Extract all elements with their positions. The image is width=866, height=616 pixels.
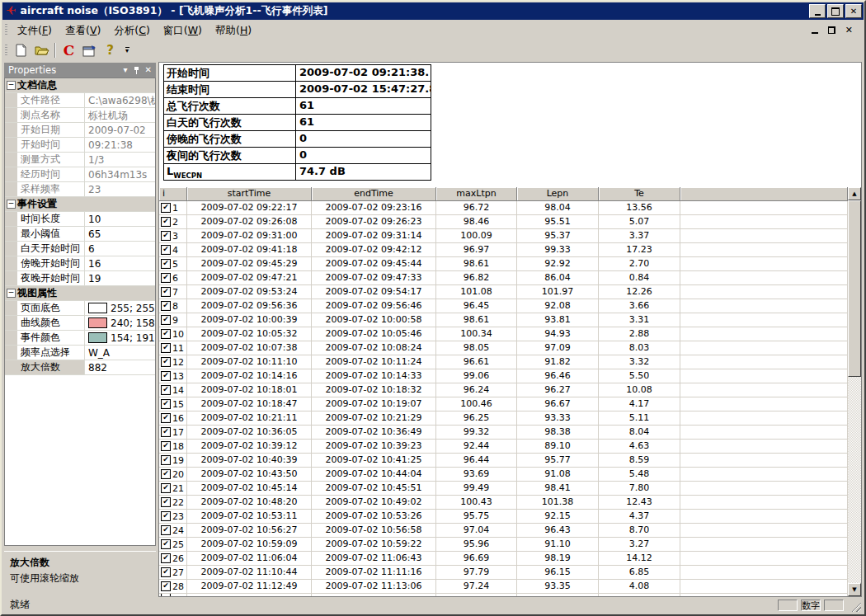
row-checkbox[interactable]: ✔: [161, 245, 171, 255]
menu-item-view[interactable]: 查看(V): [59, 22, 107, 38]
properties-panel-header[interactable]: Properties ▾ ✕: [4, 63, 156, 78]
property-section-header[interactable]: −文档信息: [5, 78, 155, 93]
toolbar-grip-handle[interactable]: [5, 45, 7, 57]
row-checkbox[interactable]: ✔: [161, 217, 171, 227]
row-checkbox[interactable]: ✔: [161, 231, 171, 241]
row-checkbox[interactable]: ✔: [161, 553, 171, 563]
event-row[interactable]: ✔72009-07-02 09:53:242009-07-02 09:54:17…: [159, 285, 848, 299]
property-row[interactable]: 频率点选择W_A: [5, 346, 155, 360]
collapse-minus-icon[interactable]: −: [7, 81, 16, 90]
event-row[interactable]: ✔152009-07-02 10:18:472009-07-02 10:19:0…: [159, 397, 848, 411]
vertical-scrollbar[interactable]: ▲ ▼: [848, 187, 861, 596]
property-row[interactable]: 白天开始时间6: [5, 242, 155, 256]
row-checkbox[interactable]: ✔: [161, 581, 171, 591]
property-row[interactable]: 事件颜色154; 191; 18: [5, 331, 155, 346]
property-row[interactable]: 测量方式1/3: [5, 153, 155, 167]
menu-item-help[interactable]: 帮助(H): [209, 22, 258, 38]
collapse-minus-icon[interactable]: −: [7, 289, 16, 298]
property-section-header[interactable]: −事件设置: [5, 197, 155, 212]
properties-button[interactable]: [79, 41, 100, 60]
event-row[interactable]: ✔32009-07-02 09:31:002009-07-02 09:31:14…: [159, 229, 848, 243]
column-header-endTime[interactable]: endTime: [312, 187, 436, 201]
event-row[interactable]: ✔252009-07-02 10:59:092009-07-02 10:59:2…: [159, 538, 848, 552]
property-row[interactable]: 最小阈值65: [5, 227, 155, 242]
event-row[interactable]: ✔82009-07-02 09:56:362009-07-02 09:56:46…: [159, 299, 848, 313]
property-section-header[interactable]: −视图属性: [5, 286, 155, 301]
event-row[interactable]: ✔52009-07-02 09:45:292009-07-02 09:45:44…: [159, 257, 848, 271]
property-row[interactable]: 放大倍数882: [5, 360, 155, 375]
event-row[interactable]: ✔262009-07-02 11:06:042009-07-02 11:06:4…: [159, 552, 848, 566]
event-row[interactable]: ✔282009-07-02 11:12:492009-07-02 11:13:0…: [159, 580, 848, 594]
row-checkbox[interactable]: ✔: [161, 483, 171, 493]
event-row[interactable]: ✔202009-07-02 10:43:502009-07-02 10:44:0…: [159, 468, 848, 482]
event-row[interactable]: ✔112009-07-02 10:07:382009-07-02 10:08:2…: [159, 341, 848, 355]
row-checkbox[interactable]: ✔: [161, 259, 171, 269]
scroll-down-button[interactable]: ▼: [848, 583, 861, 596]
close-button[interactable]: ✕: [845, 4, 862, 18]
row-checkbox[interactable]: ✔: [161, 469, 171, 479]
row-checkbox[interactable]: ✔: [161, 357, 171, 367]
row-checkbox[interactable]: ✔: [161, 203, 171, 213]
property-row[interactable]: 采样频率23: [5, 182, 155, 197]
event-row[interactable]: ✔12009-07-02 09:22:172009-07-02 09:23:16…: [159, 201, 848, 215]
resize-grip[interactable]: [850, 601, 861, 612]
mdi-restore-icon[interactable]: [828, 26, 835, 34]
row-checkbox[interactable]: ✔: [161, 497, 171, 507]
row-checkbox[interactable]: ✔: [161, 315, 171, 325]
menu-item-window[interactable]: 窗口(W): [157, 22, 209, 38]
event-row[interactable]: ✔222009-07-02 10:48:202009-07-02 10:49:0…: [159, 496, 848, 510]
property-row[interactable]: 时间长度10: [5, 212, 155, 227]
pin-icon[interactable]: [134, 67, 139, 74]
row-checkbox[interactable]: ✔: [161, 455, 171, 465]
scrollbar-thumb[interactable]: [848, 200, 861, 377]
row-checkbox[interactable]: ✔: [161, 511, 171, 521]
event-row[interactable]: ✔142009-07-02 10:18:012009-07-02 10:18:3…: [159, 383, 848, 397]
new-document-button[interactable]: [11, 41, 31, 60]
column-header-i[interactable]: i: [159, 187, 187, 201]
property-row[interactable]: 开始日期2009-07-02: [5, 123, 155, 138]
mdi-close-icon[interactable]: ✕: [845, 26, 853, 35]
row-checkbox[interactable]: ✔: [161, 525, 171, 535]
row-checkbox[interactable]: ✔: [161, 441, 171, 451]
property-row[interactable]: 经历时间06h34m13s: [5, 167, 155, 182]
scroll-up-button[interactable]: ▲: [848, 187, 861, 200]
column-header-maxLtpn[interactable]: maxLtpn: [436, 187, 517, 201]
event-row[interactable]: ✔102009-07-02 10:05:322009-07-02 10:05:4…: [159, 327, 848, 341]
property-row[interactable]: 测点名称栎社机场: [5, 108, 155, 123]
row-checkbox[interactable]: ✔: [161, 273, 171, 283]
collapse-minus-icon[interactable]: −: [7, 200, 16, 209]
row-checkbox[interactable]: ✔: [161, 371, 171, 381]
menu-grip-handle[interactable]: [5, 24, 7, 36]
help-button[interactable]: ?: [100, 41, 120, 60]
event-row[interactable]: ✔22009-07-02 09:26:082009-07-02 09:26:23…: [159, 215, 848, 229]
row-checkbox[interactable]: ✔: [161, 427, 171, 437]
c-weighting-button[interactable]: C: [59, 41, 79, 60]
row-checkbox[interactable]: ✔: [161, 343, 171, 353]
row-checkbox[interactable]: ✔: [161, 413, 171, 423]
column-header-Te[interactable]: Te: [599, 187, 680, 201]
property-row[interactable]: 开始时间09:21:38: [5, 138, 155, 153]
event-row[interactable]: ✔172009-07-02 10:36:052009-07-02 10:36:4…: [159, 426, 848, 440]
event-row[interactable]: ✔242009-07-02 10:56:272009-07-02 10:56:5…: [159, 524, 848, 538]
menu-item-analysis[interactable]: 分析(C): [107, 22, 157, 38]
toolbar-overflow-button[interactable]: ▾: [122, 41, 132, 60]
row-checkbox[interactable]: [161, 594, 171, 596]
row-checkbox[interactable]: ✔: [161, 301, 171, 311]
row-checkbox[interactable]: ✔: [161, 329, 171, 339]
event-row[interactable]: ✔272009-07-02 11:10:442009-07-02 11:11:1…: [159, 566, 848, 580]
property-row[interactable]: 曲线颜色240; 158; 15: [5, 316, 155, 331]
property-row[interactable]: 页面底色255; 255; 25: [5, 301, 155, 316]
column-header-Lepn[interactable]: Lepn: [517, 187, 599, 201]
open-file-button[interactable]: [31, 41, 52, 60]
event-row[interactable]: ✔162009-07-02 10:21:112009-07-02 10:21:2…: [159, 411, 848, 426]
property-row[interactable]: 傍晚开始时间16: [5, 256, 155, 271]
event-row[interactable]: ✔42009-07-02 09:41:182009-07-02 09:42:12…: [159, 243, 848, 257]
row-checkbox[interactable]: ✔: [161, 287, 171, 297]
maximize-button[interactable]: [827, 4, 844, 18]
event-row[interactable]: ✔122009-07-02 10:11:102009-07-02 10:11:2…: [159, 355, 848, 369]
minimize-button[interactable]: [809, 4, 826, 18]
panel-close-icon[interactable]: ✕: [145, 66, 152, 74]
event-row[interactable]: ✔92009-07-02 10:00:392009-07-02 10:00:58…: [159, 313, 848, 327]
event-row[interactable]: ✔232009-07-02 10:53:112009-07-02 10:53:2…: [159, 510, 848, 524]
property-row[interactable]: 文件路径C:\awa6298\机场: [5, 93, 155, 108]
